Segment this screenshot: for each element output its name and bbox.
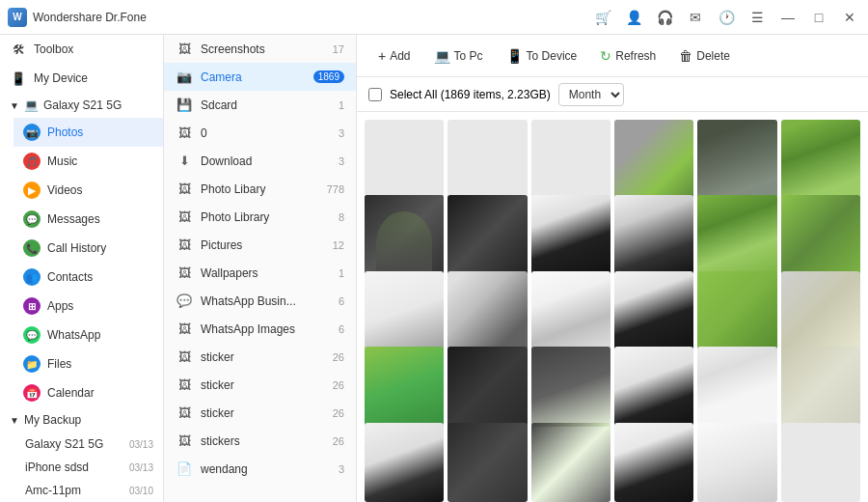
toolbar: + Add 💻 To Pc 📱 To Device ↻ Refresh 🗑 De… bbox=[357, 35, 868, 77]
photo-cell[interactable] bbox=[448, 423, 527, 502]
whatsapp-busin-label: WhatsApp Busin... bbox=[201, 294, 331, 308]
download-label: Download bbox=[201, 154, 331, 168]
photo-cell[interactable] bbox=[531, 347, 610, 426]
delete-button[interactable]: 🗑 Delete bbox=[669, 43, 740, 69]
app-logo-icon: W bbox=[8, 8, 27, 27]
whatsapp-images-icon: 🖼 bbox=[176, 321, 193, 336]
backup-section-toggle[interactable]: ▼ My Backup bbox=[0, 407, 163, 432]
backup-item-galaxy[interactable]: Galaxy S21 5G 03/13 bbox=[0, 432, 163, 456]
photo-cell[interactable] bbox=[531, 120, 610, 199]
folder-sticker2[interactable]: 🖼 sticker 26 bbox=[164, 371, 356, 399]
photo-cell[interactable] bbox=[448, 195, 527, 274]
photo-cell[interactable] bbox=[448, 120, 527, 199]
folder-sdcard[interactable]: 💾 Sdcard 1 bbox=[164, 91, 356, 119]
mail-icon[interactable]: ✉ bbox=[685, 7, 706, 28]
photo-cell[interactable] bbox=[365, 271, 444, 350]
sidebar-item-contacts[interactable]: 👥 Contacts bbox=[14, 263, 163, 292]
photo-cell[interactable] bbox=[781, 271, 860, 350]
sidebar-item-call-history[interactable]: 📞 Call History bbox=[14, 234, 163, 263]
photo-cell[interactable] bbox=[365, 423, 444, 502]
sidebar-item-calendar[interactable]: 📅 Calendar bbox=[14, 378, 163, 407]
backup-iphone-sdsd-label: iPhone sdsd bbox=[25, 460, 122, 474]
folder-screenshots[interactable]: 🖼 Screenshots 17 bbox=[164, 35, 356, 63]
minimize-button[interactable]: — bbox=[777, 7, 799, 28]
photo-cell[interactable] bbox=[531, 195, 610, 274]
maximize-button[interactable]: □ bbox=[808, 7, 829, 28]
menu-icon[interactable]: ☰ bbox=[746, 7, 768, 28]
close-button[interactable]: ✕ bbox=[839, 7, 860, 28]
photo-cell[interactable] bbox=[781, 347, 860, 426]
photo-cell[interactable] bbox=[531, 423, 610, 502]
folder-whatsapp-busin[interactable]: 💬 WhatsApp Busin... 6 bbox=[164, 287, 356, 315]
photo-cell[interactable] bbox=[697, 423, 776, 502]
folder-sticker1[interactable]: 🖼 sticker 26 bbox=[164, 343, 356, 371]
photo-cell[interactable] bbox=[697, 195, 776, 274]
photo-cell[interactable] bbox=[614, 347, 693, 426]
files-label: Files bbox=[47, 357, 153, 371]
app-body: 🛠 Toolbox 📱 My Device ▼ 💻 Galaxy S21 5G … bbox=[0, 35, 868, 502]
folder-pictures[interactable]: 🖼 Pictures 12 bbox=[164, 231, 356, 259]
photo-cell[interactable] bbox=[614, 120, 693, 199]
sidebar-item-videos[interactable]: ▶ Videos bbox=[14, 176, 163, 205]
device-section-toggle[interactable]: ▼ 💻 Galaxy S21 5G bbox=[0, 93, 163, 118]
sidebar-item-photos[interactable]: 📷 Photos bbox=[14, 118, 163, 147]
to-device-button[interactable]: 📱 To Device bbox=[497, 43, 587, 69]
photo-cell[interactable] bbox=[781, 195, 860, 274]
to-pc-icon: 💻 bbox=[434, 48, 450, 64]
photo-cell[interactable] bbox=[614, 423, 693, 502]
backup-galaxy-label: Galaxy S21 5G bbox=[25, 437, 122, 451]
sidebar-item-apps[interactable]: ⊞ Apps bbox=[14, 292, 163, 321]
contacts-icon: 👥 bbox=[23, 268, 41, 286]
select-all-checkbox[interactable] bbox=[368, 88, 382, 101]
add-button[interactable]: + Add bbox=[368, 43, 420, 69]
screenshots-label: Screenshots bbox=[201, 42, 325, 56]
photo-cell[interactable] bbox=[697, 347, 776, 426]
sidebar-item-toolbox[interactable]: 🛠 Toolbox bbox=[0, 35, 163, 64]
device-toggle-arrow: ▼ bbox=[10, 100, 19, 111]
delete-label: Delete bbox=[696, 49, 730, 63]
folder-whatsapp-images[interactable]: 🖼 WhatsApp Images 6 bbox=[164, 315, 356, 343]
photo-cell[interactable] bbox=[697, 120, 776, 199]
toolbox-label: Toolbox bbox=[34, 42, 153, 56]
folder-wallpapers[interactable]: 🖼 Wallpapers 1 bbox=[164, 259, 356, 287]
profile-icon[interactable]: 👤 bbox=[623, 7, 644, 28]
photo-cell[interactable] bbox=[365, 195, 444, 274]
folder-sticker3[interactable]: 🖼 sticker 26 bbox=[164, 399, 356, 427]
photo-cell[interactable] bbox=[365, 347, 444, 426]
photo-cell[interactable] bbox=[697, 271, 776, 350]
folder-stickers[interactable]: 🖼 stickers 26 bbox=[164, 427, 356, 455]
sidebar-item-my-device[interactable]: 📱 My Device bbox=[0, 64, 163, 93]
folder-download[interactable]: ⬇ Download 3 bbox=[164, 147, 356, 175]
photo-cell[interactable] bbox=[781, 423, 860, 502]
history-icon[interactable]: 🕐 bbox=[716, 7, 737, 28]
to-pc-button[interactable]: 💻 To Pc bbox=[424, 43, 493, 69]
photo-cell[interactable] bbox=[365, 120, 444, 199]
refresh-button[interactable]: ↻ Refresh bbox=[590, 43, 665, 69]
headset-icon[interactable]: 🎧 bbox=[654, 7, 675, 28]
photo-cell[interactable] bbox=[614, 195, 693, 274]
photo-cell[interactable] bbox=[614, 271, 693, 350]
stickers-icon: 🖼 bbox=[176, 433, 193, 448]
cart-icon[interactable]: 🛒 bbox=[592, 7, 613, 28]
backup-item-amc[interactable]: Amc-11pm 03/10 bbox=[0, 479, 163, 502]
photo-cell[interactable] bbox=[781, 120, 860, 199]
folder-photo-library[interactable]: 🖼 Photo Library 8 bbox=[164, 203, 356, 231]
my-device-label: My Device bbox=[34, 71, 153, 85]
folder-photo-libary[interactable]: 🖼 Photo Libary 778 bbox=[164, 175, 356, 203]
sidebar-item-messages[interactable]: 💬 Messages bbox=[14, 205, 163, 234]
folder-zero[interactable]: 🖼 0 3 bbox=[164, 119, 356, 147]
photo-cell[interactable] bbox=[448, 347, 527, 426]
messages-label: Messages bbox=[47, 212, 153, 226]
photo-cell[interactable] bbox=[448, 271, 527, 350]
folder-wendang[interactable]: 📄 wendang 3 bbox=[164, 455, 356, 483]
sidebar-item-music[interactable]: 🎵 Music bbox=[14, 147, 163, 176]
view-select[interactable]: Month Day All bbox=[558, 83, 624, 106]
refresh-icon: ↻ bbox=[600, 48, 611, 64]
sidebar-item-files[interactable]: 📁 Files bbox=[14, 349, 163, 378]
folder-camera[interactable]: 📷 Camera 1869 bbox=[164, 63, 356, 91]
screenshots-count: 17 bbox=[333, 43, 344, 55]
sidebar-item-whatsapp[interactable]: 💬 WhatsApp bbox=[14, 321, 163, 349]
sticker3-label: sticker bbox=[201, 406, 325, 420]
backup-item-iphone-sdsd[interactable]: iPhone sdsd 03/13 bbox=[0, 456, 163, 479]
photo-cell[interactable] bbox=[531, 271, 610, 350]
